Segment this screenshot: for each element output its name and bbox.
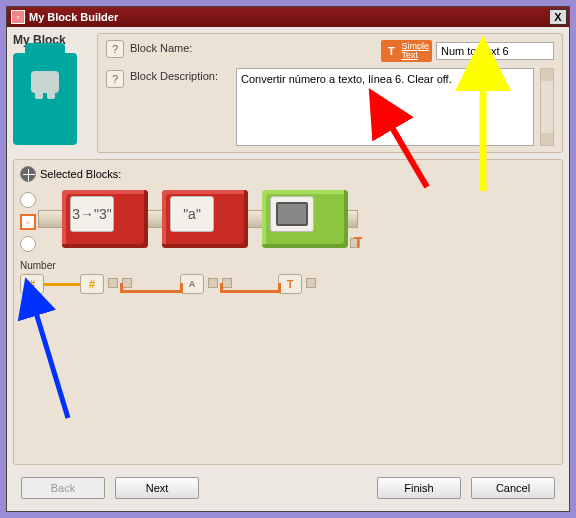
port[interactable]: [108, 278, 118, 288]
block-name-input[interactable]: [436, 42, 554, 60]
svg-line-0: [34, 306, 68, 418]
next-button[interactable]: Next: [115, 477, 199, 499]
simple-text-link[interactable]: Simple Text: [401, 42, 429, 60]
scrollbar[interactable]: [540, 68, 554, 146]
selected-blocks-panel: Selected Blocks: ▫ 3→"3" "a": [13, 159, 563, 465]
number-wire: [44, 283, 80, 286]
display-icon: [270, 196, 314, 232]
text-port-icon: T: [346, 232, 370, 252]
text-wire: [180, 283, 183, 293]
help-icon[interactable]: ?: [106, 40, 124, 58]
text-output-node[interactable]: T: [278, 274, 302, 294]
text-block[interactable]: "a": [162, 190, 248, 248]
number-param-label: Number: [20, 260, 56, 271]
num-to-text-icon: 3→"3": [70, 196, 114, 232]
block-name-label: Block Name:: [130, 40, 230, 54]
text-wire: [120, 290, 182, 293]
title-bar[interactable]: ▫ My Block Builder X: [7, 7, 569, 27]
my-block-builder-window: ▫ My Block Builder X My Block ? Block Na…: [6, 6, 570, 512]
display-block[interactable]: [262, 190, 348, 248]
button-bar: Back Next Finish Cancel: [13, 471, 563, 507]
port[interactable]: [208, 278, 218, 288]
cancel-button[interactable]: Cancel: [471, 477, 555, 499]
back-button: Back: [21, 477, 105, 499]
port[interactable]: [222, 278, 232, 288]
port[interactable]: [306, 278, 316, 288]
text-wire: [220, 283, 223, 293]
block-description-input[interactable]: Convertir número a texto, línea 6. Clear…: [236, 68, 534, 146]
number-input-node[interactable]: #: [80, 274, 104, 294]
help-icon[interactable]: ?: [106, 70, 124, 88]
selected-blocks-label: Selected Blocks:: [40, 168, 121, 180]
text-wire: [278, 283, 281, 293]
number-param-node[interactable]: #: [20, 274, 44, 294]
sequence-start: ▫: [20, 192, 40, 258]
simple-text-badge[interactable]: T Simple Text: [381, 40, 432, 62]
window-title: My Block Builder: [29, 11, 118, 23]
port[interactable]: [122, 278, 132, 288]
text-icon: "a": [170, 196, 214, 232]
dialog-content: My Block ? Block Name: T Simple Text: [7, 27, 569, 511]
app-icon: ▫: [11, 10, 25, 24]
finish-button[interactable]: Finish: [377, 477, 461, 499]
crosshair-icon: [20, 166, 36, 182]
text-input-node[interactable]: A: [180, 274, 204, 294]
close-button[interactable]: X: [549, 9, 567, 25]
block-canvas[interactable]: ▫ 3→"3" "a" T Number: [20, 188, 556, 458]
number-to-text-block[interactable]: 3→"3": [62, 190, 148, 248]
text-type-icon: T: [384, 44, 398, 58]
my-block-preview-icon: [13, 53, 77, 145]
myblock-start-icon: ▫: [20, 214, 36, 230]
block-properties-panel: ? Block Name: T Simple Text ? Block Desc…: [97, 33, 563, 153]
text-wire: [220, 290, 280, 293]
block-description-label: Block Description:: [130, 68, 230, 146]
text-wire: [120, 283, 123, 293]
